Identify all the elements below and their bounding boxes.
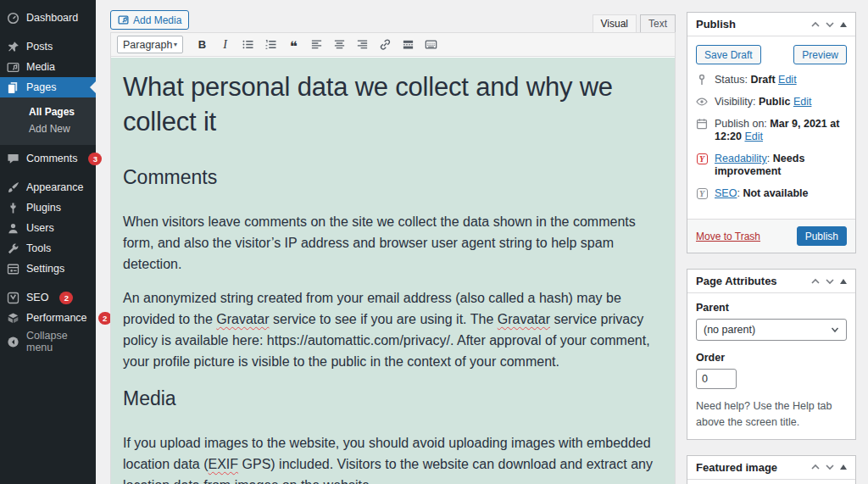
move-up-icon[interactable] bbox=[811, 463, 820, 471]
numbered-list-icon bbox=[264, 38, 277, 51]
seo-link[interactable]: SEO bbox=[715, 187, 737, 199]
move-up-icon[interactable] bbox=[811, 277, 820, 286]
sidebar-item-appearance[interactable]: Appearance bbox=[0, 177, 96, 197]
sidebar-item-performance[interactable]: Performance 2 bbox=[0, 308, 96, 328]
colon: : bbox=[737, 187, 739, 199]
tab-text[interactable]: Text bbox=[640, 14, 676, 32]
select-caret-icon: ▼ bbox=[172, 42, 178, 47]
collapse-panel-icon[interactable] bbox=[840, 22, 847, 27]
sidebar-item-dashboard[interactable]: Dashboard bbox=[0, 8, 96, 28]
sidebar-item-plugins[interactable]: Plugins bbox=[0, 197, 96, 218]
featured-image-body: Set featured image bbox=[687, 480, 855, 484]
publish-panel-body: Save Draft Preview Status: Draft Edit Vi… bbox=[687, 36, 855, 209]
submenu-item-all-pages[interactable]: All Pages bbox=[0, 103, 96, 120]
sidebar-item-users[interactable]: Users bbox=[0, 218, 96, 238]
parent-select[interactable]: (no parent) bbox=[696, 319, 847, 341]
blockquote-button[interactable]: ❝ bbox=[283, 36, 304, 53]
sidebar-item-label: SEO bbox=[26, 292, 48, 303]
sidebar-item-seo[interactable]: SEO 2 bbox=[0, 287, 96, 308]
parent-select-value: (no parent) bbox=[704, 324, 755, 336]
align-right-icon bbox=[356, 38, 369, 51]
edit-status-link[interactable]: Edit bbox=[778, 74, 797, 86]
sidebar-item-comments[interactable]: Comments 3 bbox=[0, 148, 96, 169]
align-right-button[interactable] bbox=[352, 36, 373, 53]
order-label: Order bbox=[696, 352, 847, 364]
colon: : bbox=[767, 153, 770, 164]
content-section-comments: Comments When visitors leave comments on… bbox=[123, 166, 663, 372]
yoast-seo-status-icon: Y bbox=[696, 187, 708, 199]
numbered-list-button[interactable] bbox=[260, 36, 281, 53]
preview-button[interactable]: Preview bbox=[793, 45, 847, 64]
seo-value: Not available bbox=[743, 187, 808, 199]
paragraph: When visitors leave comments on the site… bbox=[123, 211, 663, 275]
collapse-panel-icon[interactable] bbox=[840, 465, 847, 470]
sidebar-item-collapse-menu[interactable]: Collapse menu bbox=[0, 331, 96, 352]
publish-actions: Move to Trash Publish bbox=[687, 219, 855, 253]
submenu-item-add-new[interactable]: Add New bbox=[0, 120, 96, 137]
order-input[interactable] bbox=[696, 369, 737, 389]
sidebar-item-label: Comments bbox=[26, 153, 77, 164]
parent-label: Parent bbox=[696, 302, 847, 314]
status-pin-icon bbox=[696, 74, 708, 86]
collapse-menu-icon bbox=[7, 336, 19, 348]
settings-icon bbox=[7, 263, 19, 275]
edit-publish-on-link[interactable]: Edit bbox=[744, 131, 763, 142]
sidebar-item-settings[interactable]: Settings bbox=[0, 259, 96, 279]
pages-icon bbox=[7, 81, 19, 94]
sidebar-item-label: Settings bbox=[26, 263, 64, 275]
publish-panel-header[interactable]: Publish bbox=[687, 13, 855, 36]
insert-link-button[interactable] bbox=[375, 36, 396, 53]
featured-image-header[interactable]: Featured image bbox=[687, 456, 855, 480]
move-down-icon[interactable] bbox=[826, 277, 834, 286]
sidebar-item-media[interactable]: Media bbox=[0, 57, 96, 77]
seo-count-badge: 2 bbox=[59, 292, 73, 304]
editor-content-area[interactable]: What personal data we collect and why we… bbox=[111, 58, 675, 484]
sidebar-item-label: Plugins bbox=[26, 202, 61, 214]
read-more-tag-button[interactable] bbox=[398, 36, 419, 53]
align-left-button[interactable] bbox=[306, 36, 327, 53]
status-label: Status: bbox=[715, 74, 748, 86]
edit-visibility-link[interactable]: Edit bbox=[793, 96, 812, 108]
publish-on-label: Publish on: bbox=[715, 118, 767, 130]
sidebar-item-pages[interactable]: Pages bbox=[0, 77, 96, 97]
tab-visual[interactable]: Visual bbox=[593, 14, 637, 32]
add-media-icon bbox=[118, 14, 129, 25]
comments-count-badge: 3 bbox=[88, 153, 102, 165]
read-more-icon bbox=[402, 38, 415, 51]
move-down-icon[interactable] bbox=[826, 20, 834, 29]
sidebar-item-label: Tools bbox=[26, 242, 51, 254]
panel-title: Featured image bbox=[696, 461, 777, 474]
sidebar-item-tools[interactable]: Tools bbox=[0, 238, 96, 259]
wrench-icon bbox=[7, 242, 19, 255]
page-attributes-body: Parent (no parent) Order Need help? Use … bbox=[687, 293, 855, 439]
align-center-button[interactable] bbox=[329, 36, 350, 53]
add-media-button[interactable]: Add Media bbox=[110, 10, 189, 30]
publish-button[interactable]: Publish bbox=[797, 226, 847, 246]
sidebar-item-label: Appearance bbox=[26, 181, 83, 193]
right-sidebar: Publish Save Draft Preview Status: Draft… bbox=[687, 12, 856, 484]
bold-button[interactable]: B bbox=[192, 36, 213, 53]
move-down-icon[interactable] bbox=[826, 463, 834, 471]
comments-icon bbox=[7, 153, 19, 165]
media-icon bbox=[7, 61, 19, 74]
sidebar-item-label: Pages bbox=[26, 81, 56, 93]
save-draft-button[interactable]: Save Draft bbox=[696, 45, 761, 64]
move-to-trash-link[interactable]: Move to Trash bbox=[696, 231, 760, 242]
editor-toolbar: Paragraph ▼ B I ❝ bbox=[111, 33, 675, 57]
page-attributes-header[interactable]: Page Attributes bbox=[687, 270, 855, 293]
toolbar-toggle-button[interactable] bbox=[420, 36, 442, 53]
readability-link[interactable]: Readability bbox=[715, 153, 767, 164]
collapse-panel-icon[interactable] bbox=[840, 279, 847, 284]
chevron-down-icon bbox=[831, 325, 839, 334]
italic-button[interactable]: I bbox=[214, 36, 236, 53]
sidebar-item-label: Performance bbox=[26, 312, 87, 324]
sidebar-item-posts[interactable]: Posts bbox=[0, 36, 96, 57]
move-up-icon[interactable] bbox=[811, 20, 820, 29]
paragraph-format-select[interactable]: Paragraph ▼ bbox=[117, 36, 183, 53]
italic-icon: I bbox=[223, 38, 227, 52]
visibility-value: Public bbox=[759, 96, 791, 108]
bulleted-list-button[interactable] bbox=[237, 36, 259, 53]
featured-image-panel: Featured image Set featured image bbox=[687, 455, 856, 484]
editor-mode-tabs: Visual Text bbox=[593, 14, 676, 32]
visibility-label: Visibility: bbox=[715, 96, 755, 108]
